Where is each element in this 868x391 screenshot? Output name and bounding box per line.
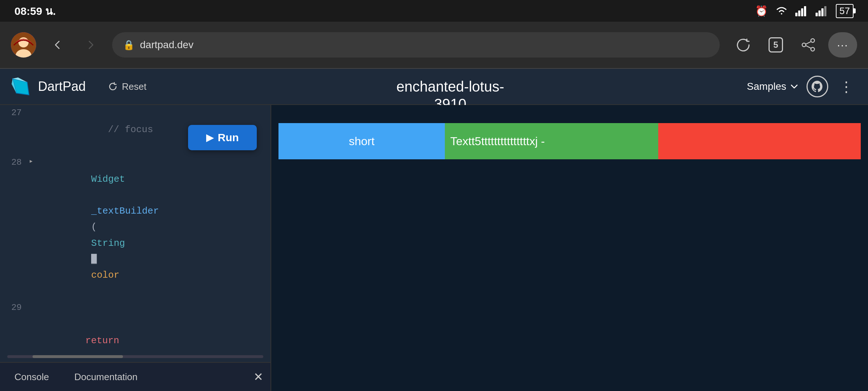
signal-icon-1 [795,5,808,16]
svg-rect-6 [821,8,824,16]
play-icon: ▶ [206,132,213,143]
tab-count-badge: 5 [769,37,783,52]
code-line-28: 28 ▸ Widget _textBuilder ( String █ colo… [0,155,271,300]
samples-button[interactable]: Samples [747,81,799,92]
svg-rect-2 [801,8,803,16]
reload-button[interactable] [731,32,756,58]
console-tab[interactable]: Console [7,368,56,386]
lock-icon: 🔒 [123,39,135,51]
forward-button[interactable] [80,34,101,56]
preview-panel: short Textt5tttttttttttttttxj - [271,105,868,391]
svg-rect-0 [795,13,797,16]
svg-line-14 [806,42,811,44]
url-bar[interactable]: 🔒 dartpad.dev [112,32,720,58]
wifi-icon [775,6,788,16]
flutter-output: short Textt5tttttttttttttttxj - [271,105,868,170]
svg-rect-3 [804,6,806,16]
dartpad-header: DartPad Reset enchanted-lotus- 3910 Samp… [0,69,868,105]
code-line-29: 29 return Expanded ( [0,300,271,351]
documentation-tab[interactable]: Documentation [67,368,145,386]
back-button[interactable] [47,34,69,56]
scrollbar-track[interactable] [7,355,263,358]
run-button[interactable]: ▶ Run [188,125,257,150]
avatar[interactable] [11,32,36,58]
overflow-box [658,123,861,159]
reset-button[interactable]: Reset [100,78,154,95]
alarm-icon: ⏰ [755,5,768,17]
svg-point-12 [802,43,806,47]
svg-point-11 [811,39,814,42]
svg-rect-5 [818,10,821,16]
github-icon[interactable] [807,76,828,97]
svg-point-13 [811,47,814,51]
url-text: dartpad.dev [140,39,193,51]
svg-rect-1 [798,10,800,16]
share-button[interactable] [796,32,821,58]
signal-icon-2 [816,5,829,16]
bottom-tabs: Console Documentation ✕ [0,362,271,391]
svg-rect-7 [824,6,826,16]
battery-icon: 57 [836,4,854,18]
browser-actions: 5 ··· [731,32,857,58]
status-bar: 08:59 น. ⏰ 57 [0,0,868,22]
status-icons: ⏰ 57 [755,4,854,18]
long-box: Textt5tttttttttttttttxj - [445,123,658,159]
dartpad-title: DartPad [38,79,86,94]
main-content: 27 // focus 28 ▸ Widget _textBuilder ( S… [0,105,868,391]
tab-count-button[interactable]: 5 [763,32,788,58]
status-time: 08:59 น. [14,3,56,20]
code-editor[interactable]: 27 // focus 28 ▸ Widget _textBuilder ( S… [0,105,271,391]
svg-line-15 [806,46,811,48]
long-text: Textt5tttttttttttttttxj - [450,135,545,148]
close-panel-button[interactable]: ✕ [254,370,263,384]
more-button[interactable]: ··· [828,32,857,58]
short-text: short [349,135,374,148]
svg-rect-4 [816,13,818,16]
horizontal-scrollbar[interactable] [0,351,271,362]
flutter-row: short Textt5tttttttttttttttxj - [278,123,861,159]
dartpad-logo [11,77,31,97]
scrollbar-thumb[interactable] [33,355,123,358]
short-box: short [278,123,445,159]
svg-marker-16 [13,79,29,95]
run-button-container[interactable]: ▶ Run [188,125,257,150]
more-vert-icon[interactable]: ⋮ [835,75,857,98]
